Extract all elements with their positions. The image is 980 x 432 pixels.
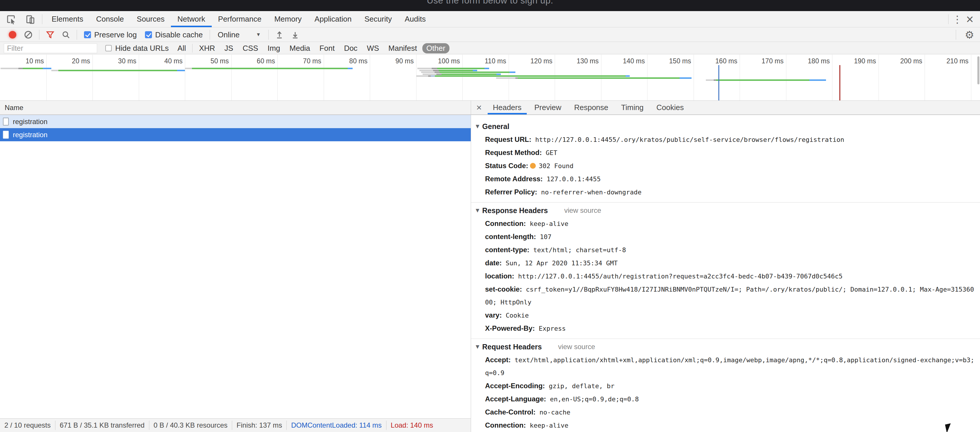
close-details-icon[interactable]: ×: [471, 101, 487, 115]
waterfall-bar-segment: [417, 68, 432, 69]
timeline-gridline: [971, 54, 971, 100]
detail-tab-cookies[interactable]: Cookies: [650, 101, 690, 115]
header-value: text/html; charset=utf-8: [533, 246, 626, 253]
export-har-icon[interactable]: [291, 30, 299, 39]
filter-pill-doc[interactable]: Doc: [340, 43, 361, 53]
filter-pill-js[interactable]: JS: [220, 43, 237, 53]
request-row-registration[interactable]: registration: [0, 115, 471, 128]
timeline-tick-label: 110 ms: [485, 57, 509, 65]
waterfall-bar-segment: [43, 68, 51, 69]
import-har-icon[interactable]: [275, 30, 284, 39]
timeline-gridline: [740, 54, 740, 100]
waterfall-bar-segment: [51, 70, 58, 71]
filter-pill-css[interactable]: CSS: [239, 43, 262, 53]
header-value: 127.0.0.1:4455: [547, 175, 601, 183]
column-header-name[interactable]: Name: [0, 101, 471, 115]
tabbar-left-icons: [0, 13, 39, 25]
detail-tab-response[interactable]: Response: [568, 101, 614, 115]
preserve-log-checkbox[interactable]: Preserve log: [84, 30, 137, 40]
resource-type-filters: AllXHRJSCSSImgMediaFontDocWSManifestOthe…: [173, 43, 450, 53]
hide-data-urls-label: Hide data URLs: [115, 44, 169, 53]
waterfall-bar-segment: [433, 70, 439, 71]
detail-tab-timing[interactable]: Timing: [615, 101, 650, 115]
tab-audits[interactable]: Audits: [398, 11, 432, 27]
record-network-log-button[interactable]: [9, 31, 16, 38]
waterfall-bar-segment: [428, 75, 431, 77]
header-request-method: Request Method: GET: [471, 146, 980, 159]
timeline-tick-label: 140 ms: [623, 57, 647, 65]
header-key: content-length:: [485, 233, 536, 241]
search-icon[interactable]: [62, 30, 70, 39]
waterfall-bar-segment: [716, 80, 810, 81]
header-value: en,en-US;q=0.9,de;q=0.8: [550, 395, 639, 403]
timeline-scrollbar-thumb[interactable]: [977, 56, 979, 84]
header-key: Request Method:: [485, 148, 542, 156]
network-overview-timeline[interactable]: 10 ms20 ms30 ms40 ms50 ms60 ms70 ms80 ms…: [0, 54, 980, 101]
checkbox-checked-icon[interactable]: [84, 31, 91, 38]
header-accept: Accept: text/html,application/xhtml+xml,…: [471, 354, 980, 379]
header-key: Referrer Policy:: [485, 188, 537, 196]
headers-sections: ▼GeneralRequest URL: http://127.0.0.1:44…: [471, 115, 980, 432]
header-remote-address: Remote Address: 127.0.0.1:4455: [471, 172, 980, 186]
header-value: gzip, deflate, br: [549, 383, 614, 390]
triangle-down-icon[interactable]: ▼: [476, 340, 479, 354]
divider: [268, 30, 269, 40]
timeline-tick-label: 200 ms: [900, 57, 924, 65]
timeline-tick-label: 150 ms: [669, 57, 693, 65]
timeline-tick-label: 90 ms: [396, 57, 416, 65]
timeline-tick-label: 50 ms: [211, 57, 231, 65]
divider: [948, 14, 948, 24]
header-accept-language: Accept-Language: en,en-US;q=0.9,de;q=0.8: [471, 392, 980, 406]
detail-tab-headers[interactable]: Headers: [487, 101, 528, 115]
view-source-link[interactable]: view source: [564, 204, 601, 217]
waterfall-bar-segment: [810, 80, 826, 81]
filter-funnel-icon[interactable]: [46, 30, 54, 39]
header-key: Connection:: [485, 220, 526, 227]
timeline-gridline: [324, 54, 324, 100]
device-toolbar-icon[interactable]: [24, 13, 36, 25]
header-key: Request URL:: [485, 135, 531, 143]
filter-pill-manifest[interactable]: Manifest: [384, 43, 421, 53]
header-cache-control: Cache-Control: no-cache: [471, 406, 980, 419]
checkbox-checked-icon[interactable]: [145, 31, 152, 38]
statusbar-item-671-b-35-1-kb-transferred: 671 B / 35.1 KB transferred: [56, 421, 150, 430]
throttling-dropdown[interactable]: Online ▼: [218, 30, 261, 40]
checkbox-unchecked-icon[interactable]: [105, 45, 112, 51]
tab-security[interactable]: Security: [358, 11, 398, 27]
header-key: Accept:: [485, 356, 511, 364]
tab-performance[interactable]: Performance: [212, 11, 268, 27]
section-title: Response Headers: [482, 204, 548, 217]
tab-memory[interactable]: Memory: [268, 11, 308, 27]
inspect-element-icon[interactable]: [5, 13, 17, 25]
filter-pill-ws[interactable]: WS: [363, 43, 383, 53]
more-options-icon[interactable]: ⋮: [951, 13, 963, 25]
filter-pill-xhr[interactable]: XHR: [195, 43, 219, 53]
settings-gear-icon[interactable]: ⚙: [965, 29, 974, 41]
tab-network[interactable]: Network: [171, 11, 212, 27]
section-request-headers: ▼Request Headersview sourceAccept: text/…: [471, 339, 980, 432]
section-title-row: ▼Response Headersview source: [471, 204, 980, 217]
disable-cache-checkbox[interactable]: Disable cache: [145, 30, 203, 40]
timeline-gridline: [878, 54, 879, 100]
filter-pill-all[interactable]: All: [173, 43, 190, 53]
filter-pill-img[interactable]: Img: [263, 43, 284, 53]
filter-pill-font[interactable]: Font: [315, 43, 339, 53]
close-devtools-icon[interactable]: ×: [966, 13, 974, 26]
header-connection: Connection: keep-alive: [471, 419, 980, 432]
header-key: date:: [485, 259, 502, 267]
tab-sources[interactable]: Sources: [130, 11, 171, 27]
clear-network-log-icon[interactable]: [24, 30, 33, 39]
detail-tab-preview[interactable]: Preview: [528, 101, 568, 115]
filter-pill-media[interactable]: Media: [286, 43, 314, 53]
view-source-link[interactable]: view source: [558, 340, 595, 354]
tab-console[interactable]: Console: [89, 11, 130, 27]
tab-application[interactable]: Application: [308, 11, 358, 27]
triangle-down-icon[interactable]: ▼: [476, 120, 479, 133]
filter-input[interactable]: [4, 43, 97, 53]
timeline-tick-label: 10 ms: [25, 57, 46, 65]
filter-pill-other[interactable]: Other: [422, 43, 449, 53]
tab-elements[interactable]: Elements: [45, 11, 89, 27]
request-row-registration[interactable]: registration: [0, 128, 471, 141]
hide-data-urls-checkbox[interactable]: Hide data URLs: [105, 44, 169, 53]
triangle-down-icon[interactable]: ▼: [476, 204, 479, 217]
